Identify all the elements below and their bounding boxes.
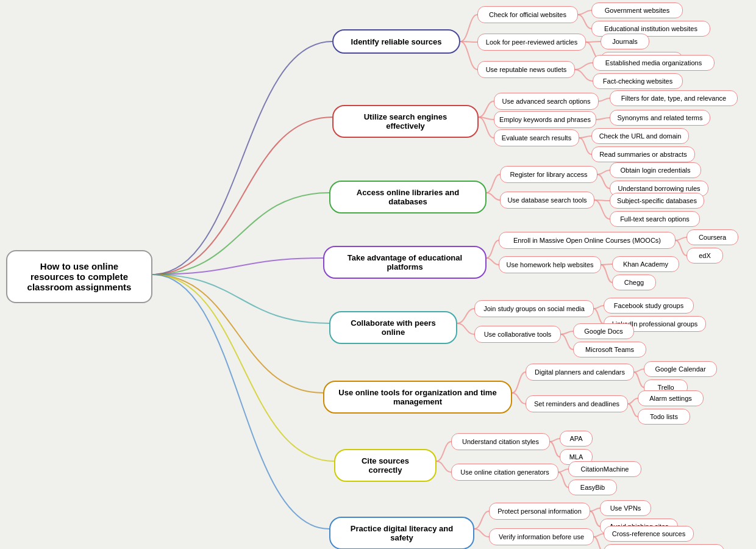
branch-node-b1: Identify reliable sources [332,29,460,54]
leaf-node: Check for citations and references [604,544,724,549]
sub-node: Use collaborative tools [474,326,561,343]
leaf-node: Fact‑checking websites [593,73,683,89]
leaf-node: EasyBib [568,479,617,495]
leaf-node: Established media organizations [593,55,715,71]
leaf-node: Coursera [686,229,738,245]
sub-node: Set reminders and deadlines [526,395,628,412]
leaf-node: edX [686,248,723,264]
leaf-node: Filters for date, type, and relevance [610,90,738,106]
sub-node: Use database search tools [500,192,594,209]
sub-node: Join study groups on social media [474,300,594,317]
sub-node: Digital planners and calendars [526,364,634,381]
sub-node: Verify information before use [489,528,594,545]
leaf-node: Alarm settings [638,390,704,406]
leaf-node: Read summaries or abstracts [591,146,695,162]
branch-node-b8: Practice digital literacy and safety [329,517,474,549]
leaf-node: Chegg [612,274,656,290]
leaf-node: Obtain login credentials [610,162,701,178]
leaf-node: APA [560,431,593,447]
sub-node: Enroll in Massive Open Online Courses (M… [499,232,676,249]
leaf-node: Synonyms and related terms [610,110,710,126]
sub-node: Evaluate search results [494,129,579,146]
branch-node-b5: Collaborate with peers online [329,311,457,344]
sub-node: Use homework help websites [499,256,601,273]
sub-node: Use reputable news outlets [477,61,575,78]
leaf-node: Use VPNs [600,500,651,516]
leaf-node: Microsoft Teams [573,342,646,357]
branch-node-b3: Access online libraries and databases [329,181,487,214]
leaf-node: Check the URL and domain [591,128,689,144]
leaf-node: Google Calendar [644,361,717,377]
mindmap-container: How to use online resources to complete … [0,0,756,549]
branch-node-b2: Utilize search engines effectively [332,105,479,138]
branch-node-b6: Use online tools for organization and ti… [323,381,512,414]
branch-node-b4: Take advantage of educational platforms [323,246,487,279]
leaf-node: Subject‑specific databases [610,193,704,209]
leaf-node: Facebook study groups [604,298,694,314]
leaf-node: Full‑text search options [610,211,700,227]
branch-node-b7: Cite sources correctly [334,449,437,482]
leaf-node: Government websites [591,2,683,18]
sub-node: Check for official websites [477,6,578,23]
sub-node: Protect personal information [489,503,590,520]
leaf-node: Khan Academy [612,256,679,272]
root-node: How to use online resources to complete … [6,250,152,303]
leaf-node: Todo lists [638,409,690,425]
leaf-node: CitationMachine [568,461,641,477]
sub-node: Look for peer‑reviewed articles [477,34,586,51]
sub-node: Understand citation styles [451,433,550,450]
leaf-node: Google Docs [573,323,634,339]
leaf-node: Journals [601,34,649,49]
sub-node: Employ keywords and phrases [494,111,596,128]
sub-node: Register for library access [500,166,597,183]
sub-node: Use advanced search options [494,93,599,110]
sub-node: Use online citation generators [451,464,558,481]
leaf-node: Cross‑reference sources [604,526,694,542]
